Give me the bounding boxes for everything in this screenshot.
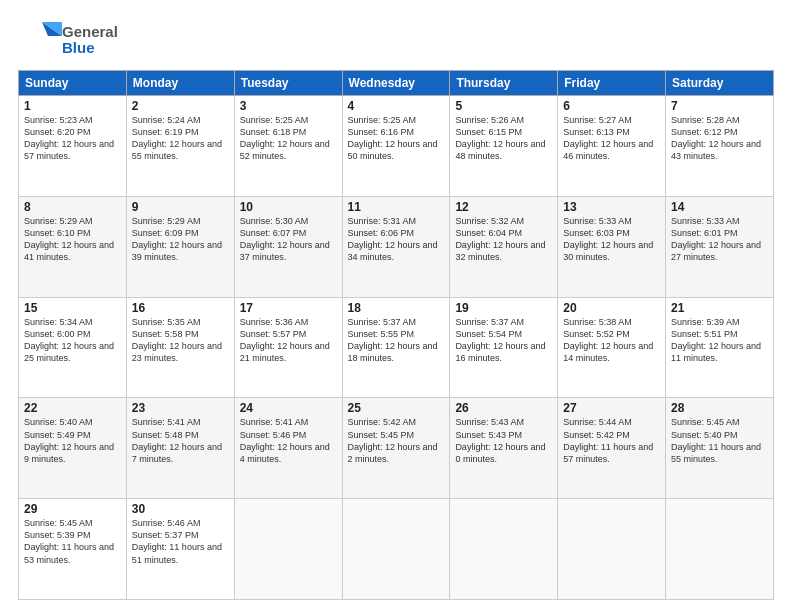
day-number: 22 (24, 401, 121, 415)
calendar-cell: 23Sunrise: 5:41 AMSunset: 5:48 PMDayligh… (126, 398, 234, 499)
day-number: 11 (348, 200, 445, 214)
cell-details: Sunrise: 5:44 AMSunset: 5:42 PMDaylight:… (563, 416, 660, 465)
calendar-cell: 19Sunrise: 5:37 AMSunset: 5:54 PMDayligh… (450, 297, 558, 398)
cell-details: Sunrise: 5:46 AMSunset: 5:37 PMDaylight:… (132, 517, 229, 566)
cell-details: Sunrise: 5:33 AMSunset: 6:01 PMDaylight:… (671, 215, 768, 264)
cell-details: Sunrise: 5:23 AMSunset: 6:20 PMDaylight:… (24, 114, 121, 163)
calendar-cell: 10Sunrise: 5:30 AMSunset: 6:07 PMDayligh… (234, 196, 342, 297)
cell-details: Sunrise: 5:25 AMSunset: 6:18 PMDaylight:… (240, 114, 337, 163)
calendar-cell: 26Sunrise: 5:43 AMSunset: 5:43 PMDayligh… (450, 398, 558, 499)
day-number: 12 (455, 200, 552, 214)
day-number: 18 (348, 301, 445, 315)
day-number: 8 (24, 200, 121, 214)
day-number: 25 (348, 401, 445, 415)
calendar-cell: 6Sunrise: 5:27 AMSunset: 6:13 PMDaylight… (558, 96, 666, 197)
cell-details: Sunrise: 5:41 AMSunset: 5:46 PMDaylight:… (240, 416, 337, 465)
calendar-cell (234, 499, 342, 600)
calendar-cell: 13Sunrise: 5:33 AMSunset: 6:03 PMDayligh… (558, 196, 666, 297)
day-number: 10 (240, 200, 337, 214)
calendar-cell: 12Sunrise: 5:32 AMSunset: 6:04 PMDayligh… (450, 196, 558, 297)
day-number: 23 (132, 401, 229, 415)
calendar-cell (558, 499, 666, 600)
generalblue-logo-icon (18, 18, 62, 62)
logo-general-text: General (62, 24, 118, 41)
calendar-header-cell: Friday (558, 71, 666, 96)
calendar-cell: 21Sunrise: 5:39 AMSunset: 5:51 PMDayligh… (666, 297, 774, 398)
logo: GeneralBlue (18, 18, 118, 62)
calendar-table: SundayMondayTuesdayWednesdayThursdayFrid… (18, 70, 774, 600)
calendar-cell: 18Sunrise: 5:37 AMSunset: 5:55 PMDayligh… (342, 297, 450, 398)
calendar-cell: 2Sunrise: 5:24 AMSunset: 6:19 PMDaylight… (126, 96, 234, 197)
day-number: 28 (671, 401, 768, 415)
day-number: 4 (348, 99, 445, 113)
day-number: 26 (455, 401, 552, 415)
cell-details: Sunrise: 5:43 AMSunset: 5:43 PMDaylight:… (455, 416, 552, 465)
day-number: 14 (671, 200, 768, 214)
cell-details: Sunrise: 5:36 AMSunset: 5:57 PMDaylight:… (240, 316, 337, 365)
calendar-cell: 15Sunrise: 5:34 AMSunset: 6:00 PMDayligh… (19, 297, 127, 398)
cell-details: Sunrise: 5:37 AMSunset: 5:54 PMDaylight:… (455, 316, 552, 365)
calendar-week-row: 8Sunrise: 5:29 AMSunset: 6:10 PMDaylight… (19, 196, 774, 297)
calendar-cell: 27Sunrise: 5:44 AMSunset: 5:42 PMDayligh… (558, 398, 666, 499)
calendar-cell: 1Sunrise: 5:23 AMSunset: 6:20 PMDaylight… (19, 96, 127, 197)
cell-details: Sunrise: 5:38 AMSunset: 5:52 PMDaylight:… (563, 316, 660, 365)
cell-details: Sunrise: 5:40 AMSunset: 5:49 PMDaylight:… (24, 416, 121, 465)
calendar-cell (450, 499, 558, 600)
calendar-cell: 9Sunrise: 5:29 AMSunset: 6:09 PMDaylight… (126, 196, 234, 297)
day-number: 30 (132, 502, 229, 516)
cell-details: Sunrise: 5:28 AMSunset: 6:12 PMDaylight:… (671, 114, 768, 163)
day-number: 21 (671, 301, 768, 315)
day-number: 19 (455, 301, 552, 315)
cell-details: Sunrise: 5:41 AMSunset: 5:48 PMDaylight:… (132, 416, 229, 465)
calendar-cell (666, 499, 774, 600)
cell-details: Sunrise: 5:27 AMSunset: 6:13 PMDaylight:… (563, 114, 660, 163)
calendar-header-cell: Wednesday (342, 71, 450, 96)
day-number: 29 (24, 502, 121, 516)
cell-details: Sunrise: 5:29 AMSunset: 6:09 PMDaylight:… (132, 215, 229, 264)
day-number: 1 (24, 99, 121, 113)
day-number: 3 (240, 99, 337, 113)
cell-details: Sunrise: 5:24 AMSunset: 6:19 PMDaylight:… (132, 114, 229, 163)
calendar-cell: 20Sunrise: 5:38 AMSunset: 5:52 PMDayligh… (558, 297, 666, 398)
calendar-cell: 7Sunrise: 5:28 AMSunset: 6:12 PMDaylight… (666, 96, 774, 197)
cell-details: Sunrise: 5:32 AMSunset: 6:04 PMDaylight:… (455, 215, 552, 264)
day-number: 15 (24, 301, 121, 315)
calendar-body: 1Sunrise: 5:23 AMSunset: 6:20 PMDaylight… (19, 96, 774, 600)
cell-details: Sunrise: 5:30 AMSunset: 6:07 PMDaylight:… (240, 215, 337, 264)
day-number: 13 (563, 200, 660, 214)
cell-details: Sunrise: 5:26 AMSunset: 6:15 PMDaylight:… (455, 114, 552, 163)
day-number: 7 (671, 99, 768, 113)
cell-details: Sunrise: 5:33 AMSunset: 6:03 PMDaylight:… (563, 215, 660, 264)
calendar-header-cell: Saturday (666, 71, 774, 96)
day-number: 2 (132, 99, 229, 113)
calendar-cell: 4Sunrise: 5:25 AMSunset: 6:16 PMDaylight… (342, 96, 450, 197)
cell-details: Sunrise: 5:45 AMSunset: 5:39 PMDaylight:… (24, 517, 121, 566)
cell-details: Sunrise: 5:45 AMSunset: 5:40 PMDaylight:… (671, 416, 768, 465)
calendar-cell: 28Sunrise: 5:45 AMSunset: 5:40 PMDayligh… (666, 398, 774, 499)
calendar-cell: 14Sunrise: 5:33 AMSunset: 6:01 PMDayligh… (666, 196, 774, 297)
cell-details: Sunrise: 5:37 AMSunset: 5:55 PMDaylight:… (348, 316, 445, 365)
cell-details: Sunrise: 5:39 AMSunset: 5:51 PMDaylight:… (671, 316, 768, 365)
calendar-cell: 3Sunrise: 5:25 AMSunset: 6:18 PMDaylight… (234, 96, 342, 197)
cell-details: Sunrise: 5:42 AMSunset: 5:45 PMDaylight:… (348, 416, 445, 465)
calendar-cell: 5Sunrise: 5:26 AMSunset: 6:15 PMDaylight… (450, 96, 558, 197)
day-number: 27 (563, 401, 660, 415)
day-number: 16 (132, 301, 229, 315)
calendar-cell (342, 499, 450, 600)
day-number: 20 (563, 301, 660, 315)
cell-details: Sunrise: 5:34 AMSunset: 6:00 PMDaylight:… (24, 316, 121, 365)
calendar-week-row: 1Sunrise: 5:23 AMSunset: 6:20 PMDaylight… (19, 96, 774, 197)
day-number: 6 (563, 99, 660, 113)
page: GeneralBlue SundayMondayTuesdayWednesday… (0, 0, 792, 612)
calendar-header-cell: Sunday (19, 71, 127, 96)
calendar-week-row: 29Sunrise: 5:45 AMSunset: 5:39 PMDayligh… (19, 499, 774, 600)
calendar-cell: 29Sunrise: 5:45 AMSunset: 5:39 PMDayligh… (19, 499, 127, 600)
calendar-cell: 22Sunrise: 5:40 AMSunset: 5:49 PMDayligh… (19, 398, 127, 499)
cell-details: Sunrise: 5:29 AMSunset: 6:10 PMDaylight:… (24, 215, 121, 264)
cell-details: Sunrise: 5:25 AMSunset: 6:16 PMDaylight:… (348, 114, 445, 163)
day-number: 9 (132, 200, 229, 214)
calendar-header-cell: Tuesday (234, 71, 342, 96)
calendar-cell: 24Sunrise: 5:41 AMSunset: 5:46 PMDayligh… (234, 398, 342, 499)
calendar-header-row: SundayMondayTuesdayWednesdayThursdayFrid… (19, 71, 774, 96)
header: GeneralBlue (18, 18, 774, 62)
